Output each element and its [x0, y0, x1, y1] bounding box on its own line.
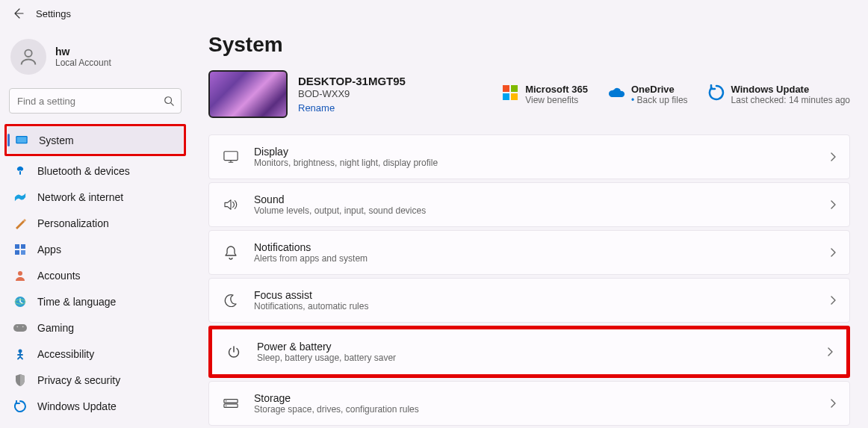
nav-item-bluetooth-devices[interactable]: Bluetooth & devices	[6, 158, 185, 184]
tile-subtitle: • Back up files	[631, 95, 688, 105]
nav-item-label: System	[39, 134, 74, 146]
moon-icon	[223, 292, 239, 308]
chevron-right-icon	[830, 399, 836, 408]
tile-subtitle: View benefits	[525, 95, 588, 105]
card-subtitle: Alerts from apps and system	[254, 253, 368, 264]
nav-item-accessibility[interactable]: Accessibility	[6, 341, 185, 367]
card-sound[interactable]: SoundVolume levels, output, input, sound…	[208, 182, 850, 227]
nav-item-label: Personalization	[37, 217, 109, 229]
nav-list: SystemBluetooth & devicesNetwork & inter…	[6, 124, 185, 419]
chevron-right-icon	[830, 152, 836, 161]
card-title: Storage	[254, 392, 419, 404]
annotation-highlight-card: Power & batterySleep, battery usage, bat…	[208, 326, 850, 378]
nav-item-accounts[interactable]: Accounts	[6, 262, 185, 288]
svg-rect-17	[511, 85, 518, 92]
card-subtitle: Monitors, brightness, night light, displ…	[254, 158, 438, 168]
svg-rect-5	[19, 171, 21, 175]
device-name: DESKTOP-31MGT95	[298, 75, 406, 87]
settings-cards: DisplayMonitors, brightness, night light…	[208, 134, 850, 426]
card-title: Notifications	[254, 241, 368, 253]
tile-icon	[607, 84, 625, 102]
tile-title: Microsoft 365	[525, 84, 588, 95]
svg-point-14	[22, 326, 24, 327]
nav-icon	[13, 217, 27, 230]
power-icon	[226, 344, 242, 360]
nav-item-time-language[interactable]: Time & language	[6, 288, 185, 314]
nav-icon	[13, 321, 27, 335]
header-title: Settings	[36, 8, 71, 19]
svg-point-1	[165, 97, 172, 104]
card-subtitle: Storage space, drives, configuration rul…	[254, 404, 419, 415]
svg-rect-4	[17, 137, 27, 143]
nav-item-label: Network & internet	[37, 191, 123, 203]
person-icon	[18, 46, 39, 67]
chevron-right-icon	[830, 248, 836, 257]
nav-item-windows-update[interactable]: Windows Update	[6, 393, 185, 419]
display-icon	[223, 149, 239, 165]
svg-rect-6	[15, 244, 19, 249]
nav-item-privacy-security[interactable]: Privacy & security	[6, 367, 185, 393]
card-title: Sound	[254, 193, 426, 205]
back-arrow-icon	[12, 7, 24, 19]
nav-item-label: Apps	[37, 244, 61, 255]
nav-item-system[interactable]: System	[7, 127, 183, 153]
chevron-right-icon	[827, 347, 833, 356]
main-content: System DESKTOP-31MGT95 BOD-WXX9 Rename M…	[190, 27, 868, 428]
svg-rect-20	[224, 152, 238, 161]
card-notifications[interactable]: NotificationsAlerts from apps and system	[208, 230, 850, 275]
svg-rect-16	[503, 85, 509, 92]
user-name: hw	[55, 46, 111, 58]
card-focus-assist[interactable]: Focus assistNotifications, automatic rul…	[208, 278, 850, 323]
card-power-battery[interactable]: Power & batterySleep, battery usage, bat…	[212, 329, 846, 374]
device-info-row: DESKTOP-31MGT95 BOD-WXX9 Rename Microsof…	[208, 70, 850, 118]
card-storage[interactable]: StorageStorage space, drives, configurat…	[208, 381, 850, 426]
annotation-highlight-nav: System	[4, 124, 186, 156]
status-tiles: Microsoft 365View benefitsOneDrive• Back…	[501, 84, 850, 105]
rename-link[interactable]: Rename	[298, 102, 406, 114]
nav-item-label: Gaming	[37, 322, 74, 334]
device-model: BOD-WXX9	[298, 88, 406, 99]
search-input[interactable]	[9, 88, 182, 114]
nav-item-label: Windows Update	[37, 400, 117, 412]
device-image	[208, 70, 288, 118]
svg-rect-19	[511, 93, 518, 100]
card-display[interactable]: DisplayMonitors, brightness, night light…	[208, 134, 850, 179]
tile-icon	[707, 84, 725, 102]
status-tile-microsoft-[interactable]: Microsoft 365View benefits	[501, 84, 588, 105]
nav-item-label: Accessibility	[37, 348, 94, 360]
svg-point-25	[226, 400, 226, 401]
nav-icon	[13, 347, 27, 361]
page-title: System	[208, 33, 850, 57]
nav-item-label: Privacy & security	[37, 374, 120, 386]
nav-item-label: Time & language	[37, 296, 116, 308]
svg-rect-8	[15, 250, 19, 255]
nav-item-apps[interactable]: Apps	[6, 236, 185, 262]
user-subtitle: Local Account	[55, 58, 111, 68]
status-tile-onedrive[interactable]: OneDrive• Back up files	[607, 84, 688, 105]
svg-point-0	[25, 50, 31, 57]
nav-icon	[13, 164, 27, 178]
tile-subtitle: Last checked: 14 minutes ago	[731, 95, 850, 105]
nav-item-personalization[interactable]: Personalization	[6, 210, 185, 236]
nav-item-label: Accounts	[37, 270, 81, 282]
nav-item-gaming[interactable]: Gaming	[6, 314, 185, 341]
status-tile-windows-update[interactable]: Windows UpdateLast checked: 14 minutes a…	[707, 84, 850, 105]
svg-point-13	[16, 326, 18, 327]
nav-icon	[13, 373, 27, 387]
chevron-right-icon	[830, 200, 836, 209]
search-wrap	[9, 88, 182, 114]
nav-item-network-internet[interactable]: Network & internet	[6, 184, 185, 210]
card-title: Display	[254, 146, 438, 158]
nav-item-label: Bluetooth & devices	[37, 165, 130, 177]
card-title: Power & battery	[257, 341, 396, 353]
user-account-row[interactable]: hw Local Account	[6, 34, 185, 85]
card-subtitle: Sleep, battery usage, battery saver	[257, 353, 396, 363]
svg-line-2	[171, 103, 174, 106]
svg-point-10	[18, 271, 22, 276]
nav-icon	[15, 134, 28, 147]
svg-rect-18	[503, 93, 509, 100]
nav-icon	[13, 269, 27, 282]
nav-icon	[13, 190, 27, 204]
svg-rect-7	[21, 244, 25, 249]
back-button[interactable]	[9, 4, 27, 22]
